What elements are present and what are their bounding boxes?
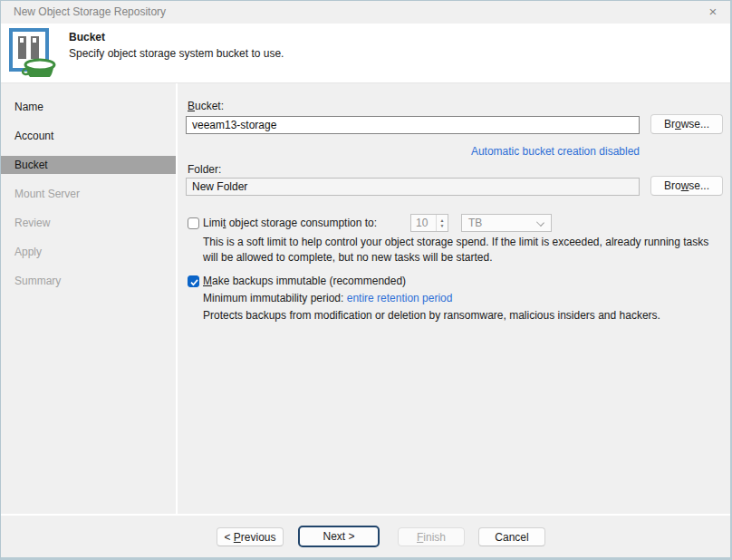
object-storage-bucket-icon: [8, 28, 61, 80]
limit-consumption-checkbox[interactable]: [188, 217, 199, 229]
bucket-step-content: Bucket: veeam13-storage Browse... Automa…: [178, 83, 730, 514]
sidebar-item-account[interactable]: Account: [1, 121, 176, 150]
chevron-down-icon: [536, 218, 544, 227]
window-title: New Object Storage Repository: [14, 1, 166, 24]
immutability-period-label: Minimum immutability period:: [203, 292, 347, 304]
finish-button[interactable]: Finish: [398, 527, 465, 546]
previous-button[interactable]: < Previous: [217, 527, 284, 546]
limit-help-text: This is a soft limit to help control you…: [203, 235, 719, 266]
spinner-down-icon[interactable]: ▼: [440, 223, 445, 228]
sidebar-item-bucket[interactable]: Bucket: [1, 150, 176, 179]
limit-unit-dropdown[interactable]: TB: [461, 214, 552, 232]
auto-bucket-creation-row: Automatic bucket creation disabled: [186, 145, 640, 158]
sidebar-item-summary: Summary: [1, 266, 176, 295]
sidebar-item-name[interactable]: Name: [1, 92, 176, 121]
next-button[interactable]: Next >: [298, 526, 380, 547]
retention-period-link[interactable]: entire retention period: [347, 292, 453, 304]
immutable-help-text: Protects backups from modification or de…: [203, 308, 719, 323]
immutability-period-row: Minimum immutability period: entire rete…: [203, 292, 452, 305]
wizard-window: New Object Storage Repository × Bucket S…: [0, 0, 732, 560]
wizard-steps-sidebar: Name Account Bucket Mount Server Review …: [1, 83, 176, 514]
sidebar-item-review: Review: [1, 208, 176, 237]
limit-unit-value: TB: [468, 217, 482, 229]
bucket-input[interactable]: veeam13-storage: [186, 116, 640, 134]
wizard-header: Bucket Specify object storage system buc…: [1, 24, 730, 83]
page-title: Bucket: [69, 31, 105, 43]
browse-bucket-button[interactable]: Browse...: [650, 114, 723, 134]
automatic-bucket-creation-link[interactable]: Automatic bucket creation disabled: [471, 145, 640, 158]
make-immutable-checkbox[interactable]: [188, 275, 199, 287]
sidebar-item-apply: Apply: [1, 237, 176, 266]
close-icon[interactable]: ×: [703, 1, 723, 24]
sidebar-item-mount-server: Mount Server: [1, 179, 176, 208]
browse-folder-button[interactable]: Browse...: [650, 176, 723, 196]
wizard-footer: < Previous Next > Finish Cancel: [1, 516, 730, 556]
limit-consumption-label[interactable]: Limit object storage consumption to:: [203, 217, 377, 230]
limit-amount-spinner[interactable]: 10 ▲ ▼: [410, 214, 448, 232]
bucket-field-label: Bucket:: [188, 100, 224, 113]
limit-amount-value: 10: [411, 215, 436, 231]
folder-input[interactable]: New Folder: [186, 178, 640, 196]
make-immutable-label[interactable]: Make backups immutable (recommended): [203, 275, 406, 288]
title-bar: New Object Storage Repository ×: [1, 1, 730, 24]
page-subtitle: Specify object storage system bucket to …: [69, 47, 284, 60]
spinner-arrows[interactable]: ▲ ▼: [436, 215, 448, 231]
folder-field-label: Folder:: [188, 163, 221, 177]
cancel-button[interactable]: Cancel: [478, 527, 545, 546]
